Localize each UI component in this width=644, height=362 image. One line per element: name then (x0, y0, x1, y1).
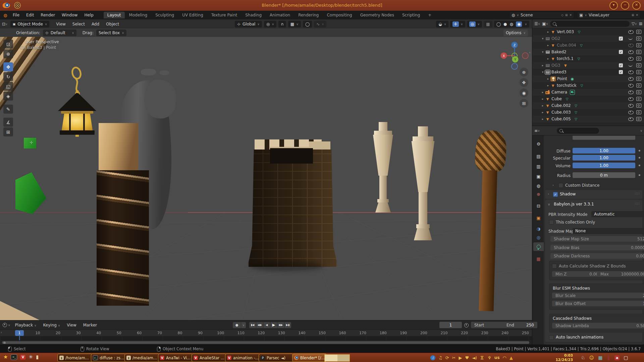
workspace-tab-shading[interactable]: Shading (241, 12, 265, 18)
menu-window[interactable]: Window (58, 13, 81, 17)
post-top-object[interactable] (99, 123, 138, 173)
tool-cursor[interactable]: ⊕ (3, 49, 13, 58)
workspace-tab-layout[interactable]: Layout (104, 12, 125, 18)
options-button[interactable]: Options∨ (503, 29, 528, 36)
transport-jump-to-end[interactable]: ▶▮ (284, 322, 291, 328)
viewport-camera-view-button[interactable]: ◉ (520, 88, 528, 97)
xray-toggle[interactable]: ▩ (484, 21, 492, 27)
snap-target-selector[interactable]: ▦∨ (288, 21, 301, 27)
scrollbar-handle[interactable] (3, 342, 6, 344)
tool-move[interactable]: ✥ (3, 62, 13, 71)
pivot-point-selector[interactable]: ◎∨ (264, 21, 276, 27)
menu-help[interactable]: Help (81, 13, 97, 17)
custom-distance-checkbox[interactable] (558, 183, 563, 188)
tray-window-icon[interactable]: ▢ (624, 355, 628, 360)
new-collection-icon[interactable]: ⊞ (639, 21, 642, 26)
disable-render-camera-icon[interactable] (636, 97, 641, 101)
properties-tab-render[interactable]: ▤ (533, 152, 544, 161)
tray-a-app-icon[interactable]: a (614, 355, 620, 360)
playhead-line[interactable] (19, 336, 20, 340)
auto-z-checkbox[interactable] (552, 264, 557, 268)
hide-viewport-eye-icon[interactable] (628, 50, 634, 54)
blur-box-offset-field[interactable]: Blur Box Offset1 (552, 301, 644, 306)
tray-play-icon[interactable]: ▶ (459, 355, 462, 360)
tool-select-box[interactable]: ⊡ (3, 40, 13, 49)
new-viewlayer-icon[interactable]: ⊞ (632, 13, 634, 17)
shadow-expander[interactable]: › (548, 192, 549, 196)
tray-music-icon[interactable]: ♫ (438, 355, 442, 360)
workspace-tab-compositing[interactable]: Compositing (323, 12, 356, 18)
outliner-row-torch5-1[interactable]: ▸▼torch5.1▽ (532, 55, 644, 62)
task-button-analiestar-[interactable]: VAnalieStar ... (192, 354, 226, 362)
custom-distance-expander[interactable]: › (552, 183, 554, 187)
workspace-tab-uv-editing[interactable]: UV Editing (178, 12, 207, 18)
tray-warning-triangle-icon[interactable]: ▲ (509, 355, 513, 360)
hide-viewport-eye-icon[interactable] (628, 30, 634, 34)
visibility-selector[interactable]: ◒∨ (436, 21, 448, 27)
outliner-row-cube-003[interactable]: ▸▼Cube.003▽ (532, 109, 644, 116)
viewport-menu-select[interactable]: Select (69, 22, 88, 26)
current-frame-indicator[interactable]: 1 (15, 330, 24, 336)
disable-render-camera-icon[interactable] (636, 117, 641, 121)
tool-rotate[interactable]: ↻ (3, 72, 13, 81)
outliner-row-point[interactable]: ▸Point◉ (532, 75, 644, 82)
properties-editor-icon[interactable]: ≡∨ (534, 128, 540, 133)
navigation-gizmo[interactable]: Z X Y (499, 40, 530, 71)
editor-type-icon[interactable]: ⊡∨ (2, 22, 8, 26)
exclude-checkbox[interactable]: ✓ (619, 37, 623, 41)
timeline-menu-marker[interactable]: Marker (80, 323, 100, 327)
pin-icon[interactable]: ◇ (561, 13, 564, 17)
blur-scale-field[interactable]: Blur Scale2 (552, 293, 644, 298)
clock[interactable]: 0:03 12/24/23 (549, 353, 573, 362)
transform-orientation-selector[interactable]: ⊹ Global∨ (235, 21, 262, 27)
disable-render-camera-icon[interactable] (636, 77, 641, 81)
properties-tab-world[interactable]: ⊕ (533, 190, 544, 198)
window-menu-button[interactable]: ▾ (609, 1, 618, 10)
hide-viewport-eye-icon[interactable] (628, 37, 633, 40)
max-z-field[interactable]: Max1000000.00 (597, 271, 644, 277)
hide-viewport-eye-icon[interactable] (628, 117, 634, 121)
specular-slider[interactable]: 1.00 (573, 155, 635, 161)
task-button-anatwi-vi-[interactable]: VAnaTwi - Vi... (158, 354, 193, 362)
end-frame-field[interactable]: End250 (503, 322, 537, 328)
task-button-blender-[interactable]: Blender* [/... (292, 354, 327, 362)
workspace-tab-animation[interactable]: Animation (266, 12, 294, 18)
color-swatch[interactable] (324, 354, 350, 362)
tray-heart-icon[interactable]: ♥ (465, 355, 469, 360)
panel-grip[interactable]: ∷∷ (635, 202, 640, 205)
timeline-menu-playback[interactable]: Playback ∨ (12, 323, 40, 327)
hide-viewport-eye-icon[interactable] (628, 97, 634, 101)
exclude-checkbox[interactable]: ✓ (619, 70, 623, 74)
unlink-scene-icon[interactable]: ✕ (569, 13, 572, 17)
properties-tab-object[interactable]: ▣ (533, 214, 544, 222)
viewport-toggle-grid-button[interactable]: ⊞ (520, 99, 528, 108)
viewport-zoom-button[interactable]: ⊕ (520, 68, 528, 76)
disable-render-camera-icon[interactable] (636, 50, 641, 54)
shadow-map-size-field[interactable]: Shadow Map Size512 (550, 236, 644, 242)
collection-only-checkbox[interactable] (549, 220, 554, 225)
workspace-tab-modeling[interactable]: Modeling (125, 12, 151, 18)
volume-slider[interactable]: 1.00 (573, 163, 635, 168)
menu-edit[interactable]: Edit (23, 13, 37, 17)
gray-fragment-1[interactable] (141, 69, 156, 75)
menu-file[interactable]: File (9, 13, 23, 17)
properties-options-icon[interactable]: ∨ (640, 129, 642, 132)
tool-add-cube[interactable]: ⊞ (3, 127, 13, 136)
properties-tab-texture[interactable]: ▦ (533, 254, 544, 263)
hide-viewport-eye-icon[interactable] (628, 90, 634, 94)
properties-tab-constraints[interactable]: ◎ (533, 233, 544, 242)
babylon-expander[interactable]: ∨ (548, 202, 550, 206)
tray-wifi-icon[interactable]: ◠ (503, 355, 506, 360)
shadow-lambda-field[interactable]: Shadow Lambda0.50 (552, 323, 644, 328)
shading-rendered-icon[interactable]: ◉ (516, 21, 522, 27)
use-preview-range-icon[interactable] (464, 323, 469, 327)
tray-keyboard-layout-icon[interactable]: us (494, 355, 500, 360)
panel-collapse-arrow[interactable]: ‹ (529, 50, 531, 55)
radius-animate-dot[interactable] (639, 174, 640, 176)
new-scene-icon[interactable]: ⊞ (565, 13, 568, 17)
orientation-dropdown[interactable]: ⊹ Default∨ (43, 29, 76, 36)
shading-solid-icon[interactable]: ● (503, 22, 507, 26)
tray-bluetooth-icon[interactable]: ⋈ (480, 356, 485, 360)
task-button--home-am-[interactable]: ▮/home/am... (57, 354, 92, 362)
outliner-editor-icon[interactable]: ☰∨ (534, 21, 540, 26)
